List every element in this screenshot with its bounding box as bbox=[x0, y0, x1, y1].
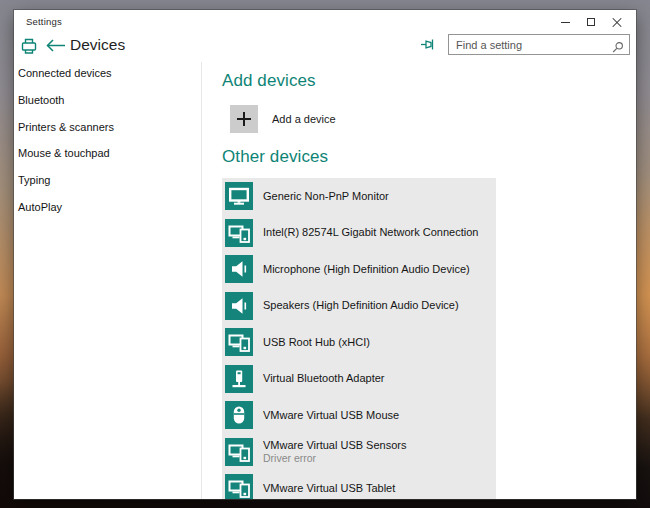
back-icon[interactable] bbox=[46, 39, 66, 53]
device-name: Virtual Bluetooth Adapter bbox=[263, 372, 385, 385]
devices-icon bbox=[225, 438, 253, 466]
sidebar-item[interactable]: Bluetooth bbox=[17, 87, 199, 114]
minimize-icon bbox=[561, 22, 570, 23]
window-controls bbox=[552, 10, 630, 34]
add-device-button[interactable]: Add a device bbox=[230, 105, 336, 133]
plus-icon bbox=[230, 105, 258, 133]
titlebar[interactable]: Settings bbox=[14, 10, 636, 34]
speaker-icon bbox=[225, 292, 253, 320]
device-name: VMware Virtual USB Sensors bbox=[263, 439, 406, 452]
desktop-background: Settings Devices bbox=[0, 0, 650, 508]
device-row[interactable]: Intel(R) 82574L Gigabit Network Connecti… bbox=[225, 219, 496, 247]
add-device-label: Add a device bbox=[272, 113, 336, 125]
device-row[interactable]: Microphone (High Definition Audio Device… bbox=[225, 255, 496, 283]
page-title: Devices bbox=[70, 36, 125, 54]
devices-icon bbox=[225, 219, 253, 247]
speaker-icon bbox=[225, 255, 253, 283]
device-name: VMware Virtual USB Tablet bbox=[263, 482, 395, 495]
pin-icon[interactable] bbox=[420, 38, 438, 52]
sidebar-item[interactable]: Typing bbox=[17, 167, 199, 194]
monitor-icon bbox=[225, 182, 253, 210]
close-icon bbox=[612, 17, 622, 27]
maximize-button[interactable] bbox=[578, 10, 604, 34]
sidebar-item[interactable]: Connected devices bbox=[17, 60, 199, 87]
device-list: Generic Non-PnP Monitor Intel(R) 82574L … bbox=[222, 178, 496, 499]
sidebar-item[interactable]: Mouse & touchpad bbox=[17, 140, 199, 167]
mouse-icon bbox=[225, 401, 253, 429]
add-devices-heading: Add devices bbox=[222, 71, 316, 91]
device-row[interactable]: VMware Virtual USB Tablet bbox=[225, 474, 496, 499]
sidebar-item[interactable]: Printers & scanners bbox=[17, 113, 199, 140]
usb-adapter-icon bbox=[225, 365, 253, 393]
search-input[interactable] bbox=[449, 35, 629, 54]
minimize-button[interactable] bbox=[552, 10, 578, 34]
device-row[interactable]: USB Root Hub (xHCI) bbox=[225, 328, 496, 356]
search-box bbox=[448, 34, 630, 55]
other-devices-heading: Other devices bbox=[222, 147, 328, 167]
device-status: Driver error bbox=[263, 452, 406, 464]
settings-window: Settings Devices bbox=[14, 10, 636, 499]
device-name: USB Root Hub (xHCI) bbox=[263, 336, 370, 349]
device-row[interactable]: Generic Non-PnP Monitor bbox=[225, 182, 496, 210]
printer-devices-icon bbox=[20, 37, 38, 55]
device-name: VMware Virtual USB Mouse bbox=[263, 409, 399, 422]
close-button[interactable] bbox=[604, 10, 630, 34]
maximize-icon bbox=[587, 18, 595, 26]
device-name: Intel(R) 82574L Gigabit Network Connecti… bbox=[263, 226, 478, 239]
sidebar-item[interactable]: AutoPlay bbox=[17, 193, 199, 220]
device-row[interactable]: Virtual Bluetooth Adapter bbox=[225, 365, 496, 393]
window-title: Settings bbox=[26, 16, 62, 27]
device-name: Microphone (High Definition Audio Device… bbox=[263, 263, 470, 276]
device-name: Speakers (High Definition Audio Device) bbox=[263, 299, 459, 312]
device-row[interactable]: VMware Virtual USB Sensors Driver error bbox=[225, 438, 496, 466]
devices-icon bbox=[225, 328, 253, 356]
device-row[interactable]: VMware Virtual USB Mouse bbox=[225, 401, 496, 429]
device-name: Generic Non-PnP Monitor bbox=[263, 190, 389, 203]
device-row[interactable]: Speakers (High Definition Audio Device) bbox=[225, 292, 496, 320]
content-divider bbox=[201, 62, 202, 499]
sidebar-nav: Connected devicesBluetoothPrinters & sca… bbox=[17, 60, 199, 220]
devices-icon bbox=[225, 474, 253, 499]
